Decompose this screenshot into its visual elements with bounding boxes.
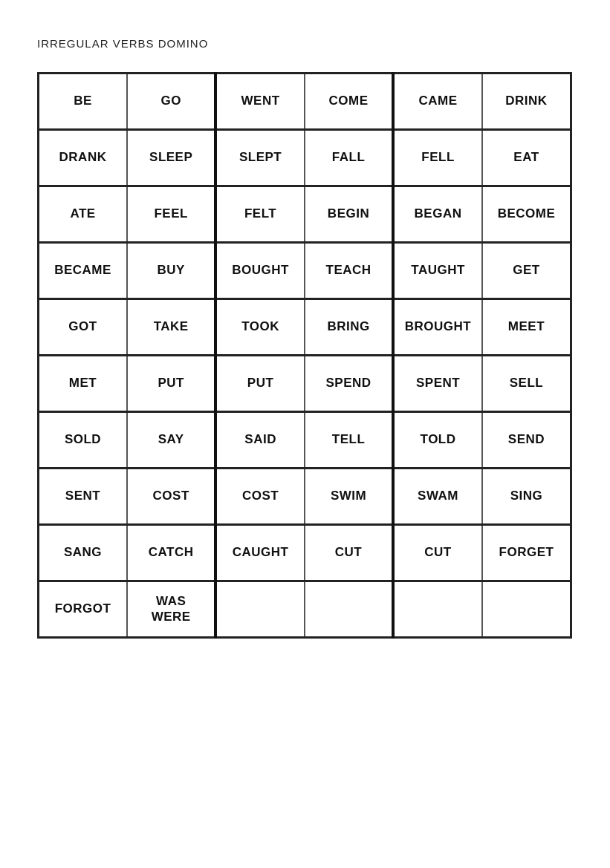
table-cell: FORGET xyxy=(482,525,571,581)
table-cell: CAUGHT xyxy=(215,525,305,581)
table-cell: BECAME xyxy=(39,243,128,299)
table-cell: COME xyxy=(305,74,393,130)
table-cell: BEGIN xyxy=(305,186,393,243)
table-cell: SLEEP xyxy=(127,130,215,186)
table-cell: SWIM xyxy=(305,469,393,525)
table-cell: SEND xyxy=(482,412,571,469)
table-cell: CUT xyxy=(305,525,393,581)
domino-table: BEGOWENTCOMECAMEDRINKDRANKSLEEPSLEPTFALL… xyxy=(37,72,572,639)
table-cell: TELL xyxy=(305,412,393,469)
table-cell: TEACH xyxy=(305,243,393,299)
table-cell: FEEL xyxy=(127,186,215,243)
table-cell: SING xyxy=(482,469,571,525)
table-cell: MET xyxy=(39,356,128,412)
table-cell: SOLD xyxy=(39,412,128,469)
table-cell: SPENT xyxy=(393,356,482,412)
table-cell: FORGOT xyxy=(39,581,128,638)
table-cell: SAID xyxy=(215,412,305,469)
table-cell: GO xyxy=(127,74,215,130)
table-cell: TOOK xyxy=(215,299,305,356)
table-cell: BECOME xyxy=(482,186,571,243)
table-cell: BROUGHT xyxy=(393,299,482,356)
table-cell: BUY xyxy=(127,243,215,299)
table-cell: TAUGHT xyxy=(393,243,482,299)
table-cell: SPEND xyxy=(305,356,393,412)
table-cell: DRANK xyxy=(39,130,128,186)
table-cell: DRINK xyxy=(482,74,571,130)
table-cell xyxy=(305,581,393,638)
table-cell: SANG xyxy=(39,525,128,581)
table-cell: CUT xyxy=(393,525,482,581)
table-cell: CATCH xyxy=(127,525,215,581)
table-cell xyxy=(482,581,571,638)
table-cell: PUT xyxy=(127,356,215,412)
table-cell: FELL xyxy=(393,130,482,186)
table-cell: SENT xyxy=(39,469,128,525)
table-cell: FALL xyxy=(305,130,393,186)
table-cell: SAY xyxy=(127,412,215,469)
table-cell: BRING xyxy=(305,299,393,356)
table-cell: WASWERE xyxy=(127,581,215,638)
table-cell: FELT xyxy=(215,186,305,243)
page-title: IRREGULAR VERBS DOMINO xyxy=(37,37,573,50)
table-cell: GET xyxy=(482,243,571,299)
table-cell: SLEPT xyxy=(215,130,305,186)
table-cell: COST xyxy=(127,469,215,525)
table-cell: SWAM xyxy=(393,469,482,525)
table-cell: TAKE xyxy=(127,299,215,356)
table-cell: TOLD xyxy=(393,412,482,469)
table-cell xyxy=(393,581,482,638)
table-cell: BEGAN xyxy=(393,186,482,243)
table-cell: PUT xyxy=(215,356,305,412)
table-cell: EAT xyxy=(482,130,571,186)
table-cell: WENT xyxy=(215,74,305,130)
table-cell: SELL xyxy=(482,356,571,412)
table-cell: CAME xyxy=(393,74,482,130)
table-cell xyxy=(215,581,305,638)
table-cell: GOT xyxy=(39,299,128,356)
table-cell: BOUGHT xyxy=(215,243,305,299)
table-cell: COST xyxy=(215,469,305,525)
table-cell: MEET xyxy=(482,299,571,356)
table-cell: BE xyxy=(39,74,128,130)
table-cell: ATE xyxy=(39,186,128,243)
